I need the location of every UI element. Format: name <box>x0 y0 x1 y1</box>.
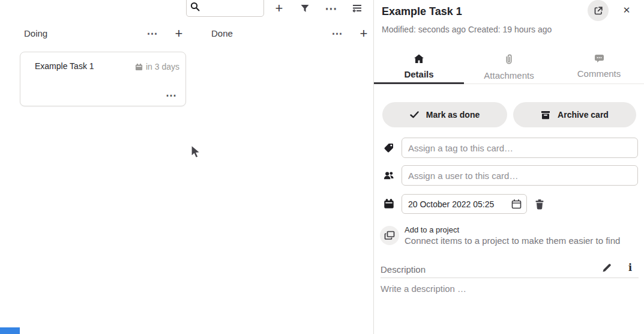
filter-button[interactable] <box>296 0 313 17</box>
panel-title: Example Task 1 <box>382 5 462 18</box>
archive-icon <box>541 111 550 120</box>
description-placeholder[interactable]: Write a description … <box>381 284 466 294</box>
column-done-add-button[interactable]: + <box>355 25 372 42</box>
column-title-doing: Doing <box>24 28 47 38</box>
comment-icon <box>594 54 604 63</box>
search-icon <box>190 2 200 11</box>
plus-icon: + <box>360 27 368 40</box>
plus-icon: + <box>275 2 283 15</box>
card-menu-button[interactable]: ⋯ <box>166 90 177 101</box>
add-card-button[interactable]: + <box>271 0 287 17</box>
corner-accent <box>0 327 20 334</box>
mouse-cursor <box>190 145 201 159</box>
column-title-done: Done <box>211 28 233 38</box>
due-date-field[interactable]: 20 October 2022 05:25 <box>402 194 527 214</box>
filter-funnel-icon <box>300 4 310 13</box>
description-info-button[interactable]: i <box>624 261 637 274</box>
open-in-window-button[interactable] <box>588 0 609 21</box>
ellipsis-icon: ⋯ <box>147 28 158 39</box>
home-icon <box>414 54 424 64</box>
ellipsis-icon: ⋯ <box>332 28 343 39</box>
card-title: Example Task 1 <box>35 61 94 71</box>
board-menu-button[interactable]: ⋯ <box>323 0 340 17</box>
assign-user-input[interactable] <box>402 165 638 186</box>
panel-tabs: Details Attachments Comments <box>374 50 644 84</box>
task-card[interactable]: Example Task 1 in 3 days ⋯ <box>20 52 186 106</box>
list-arrow-icon <box>352 4 363 13</box>
ellipsis-icon: ⋯ <box>166 90 177 102</box>
card-due-text: in 3 days <box>146 62 179 71</box>
column-done-menu-button[interactable]: ⋯ <box>329 25 346 42</box>
edit-description-button[interactable] <box>600 261 613 275</box>
project-title: Add to a project <box>405 225 459 234</box>
description-divider <box>381 278 639 278</box>
pencil-icon <box>602 263 612 273</box>
column-doing-menu-button[interactable]: ⋯ <box>144 25 161 42</box>
mark-as-done-button[interactable]: Mark as done <box>382 102 507 127</box>
tab-details[interactable]: Details <box>374 50 464 84</box>
archive-card-button[interactable]: Archive card <box>513 102 636 127</box>
plus-icon: + <box>175 27 183 40</box>
tag-icon <box>384 142 394 153</box>
panel-meta: Modified: seconds ago Created: 19 hours … <box>382 25 552 34</box>
close-icon: ✕ <box>623 5 631 16</box>
check-icon <box>410 111 419 118</box>
column-doing-add-button[interactable]: + <box>170 25 187 42</box>
calendar-outline-icon <box>511 199 522 209</box>
toggle-panel-button[interactable] <box>349 0 366 17</box>
card-details-panel: Example Task 1 Modified: seconds ago Cre… <box>374 0 644 334</box>
paperclip-icon <box>505 54 513 65</box>
users-icon <box>384 170 394 181</box>
info-icon: i <box>628 262 632 273</box>
active-tab-indicator <box>374 82 464 84</box>
assign-tag-input[interactable] <box>402 138 638 158</box>
description-label: Description <box>381 264 426 275</box>
calendar-icon <box>135 63 143 71</box>
card-due-badge: in 3 days <box>135 62 179 71</box>
close-panel-button[interactable]: ✕ <box>619 2 634 18</box>
ellipsis-icon: ⋯ <box>325 2 338 14</box>
export-icon <box>594 6 603 16</box>
due-date-value: 20 October 2022 05:25 <box>402 199 511 209</box>
add-to-project-button[interactable] <box>380 226 399 245</box>
tab-comments[interactable]: Comments <box>554 50 644 84</box>
remove-due-date-button[interactable] <box>532 197 547 211</box>
project-windows-icon <box>384 231 395 240</box>
open-datepicker-button[interactable] <box>511 199 522 209</box>
trash-icon <box>535 199 544 210</box>
calendar-icon <box>384 198 394 209</box>
project-subtitle: Connect items to a project to make them … <box>405 235 620 246</box>
tab-attachments[interactable]: Attachments <box>464 50 554 84</box>
kanban-board: + ⋯ Doing ⋯ + Done ⋯ + Example Task 1 <box>0 0 373 334</box>
